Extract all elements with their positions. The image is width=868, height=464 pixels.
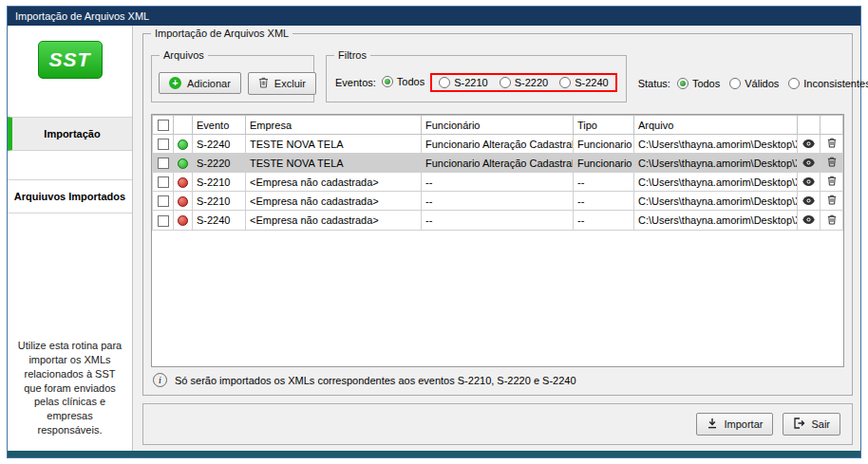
add-icon: + — [169, 77, 181, 89]
screen: Importação de Arquivos XML SST Importaçã… — [0, 0, 868, 464]
cell-evento: S-2210 — [193, 192, 246, 211]
filtros-group-title: Filtros — [334, 49, 370, 61]
info-note-row: i Só serão importados os XMLs correspond… — [151, 367, 844, 389]
window-bottom-strip — [8, 451, 860, 457]
eventos-radio-todos-slot: Todos — [382, 74, 425, 91]
radio-label: S-2210 — [454, 77, 487, 88]
select-all-cell — [153, 116, 174, 135]
row-checkbox[interactable] — [158, 215, 169, 227]
sair-button[interactable]: Sair — [783, 413, 840, 436]
window-title: Importação de Arquivos XML — [15, 10, 149, 22]
cell-funcionario: -- — [422, 173, 574, 192]
sst-logo: SST — [38, 41, 103, 79]
cell-arquivo: C:\Users\thayna.amorim\Desktop\XML... — [634, 192, 798, 211]
col-header-arquivo[interactable]: Arquivo — [634, 116, 798, 135]
excluir-button[interactable]: Excluir — [248, 72, 316, 95]
radio-eventos-s-2210[interactable]: S-2210 — [439, 77, 487, 88]
footer-panel: Importar Sair — [142, 403, 853, 445]
col-header-funcionario[interactable]: Funcionário — [422, 116, 574, 135]
table-row[interactable]: S-2240TESTE NOVA TELAFuncionario Alteraç… — [153, 135, 843, 154]
cell-evento: S-2240 — [193, 135, 246, 154]
delete-row-icon[interactable] — [821, 211, 843, 230]
row-status-cell — [174, 211, 193, 230]
table-header-row: Evento Empresa Funcionário Tipo Arquivo — [153, 116, 843, 135]
radio-label: Todos — [692, 78, 720, 89]
delete-row-icon[interactable] — [821, 154, 843, 173]
cell-empresa: <Empresa não cadastrada> — [246, 173, 422, 192]
radio-eventos-todos[interactable]: Todos — [382, 76, 425, 87]
status-dot-green — [178, 139, 188, 150]
arquivos-group-title: Arquivos — [160, 49, 208, 61]
cell-empresa: <Empresa não cadastrada> — [246, 211, 422, 230]
adicionar-button-label: Adicionar — [187, 78, 231, 89]
toolbar: Arquivos + Adicionar Excluir Filtr — [151, 55, 844, 102]
row-checkbox[interactable] — [158, 158, 169, 169]
status-radio-group: TodosVálidosInconsistentesInválidos — [677, 78, 868, 89]
trash-icon — [258, 77, 269, 90]
importar-button[interactable]: Importar — [696, 413, 773, 436]
radio-label: S-2220 — [515, 77, 548, 88]
delete-column-header — [821, 116, 843, 135]
radio-label: Todos — [397, 76, 425, 87]
cell-funcionario: Funcionario Alteração Cadastral — [422, 135, 574, 154]
radio-status-inconsistentes[interactable]: Inconsistentes — [788, 78, 868, 89]
col-header-evento[interactable]: Evento — [193, 116, 246, 135]
row-checkbox-cell — [153, 173, 174, 192]
radio-circle — [439, 77, 450, 88]
table-row[interactable]: S-2220TESTE NOVA TELAFuncionario Alteraç… — [153, 154, 843, 173]
view-file-icon[interactable] — [798, 154, 821, 173]
status-filter: Status: TodosVálidosInconsistentesInváli… — [638, 55, 868, 102]
cell-empresa: TESTE NOVA TELA — [246, 135, 422, 154]
sidebar-item-arquivos-importados[interactable]: Arquiuvos Importados — [8, 179, 132, 213]
radio-status-v-lidos[interactable]: Válidos — [729, 78, 779, 89]
cell-tipo: -- — [574, 211, 634, 230]
cell-tipo: -- — [574, 192, 634, 211]
sidebar-item-importacao[interactable]: Importação — [8, 117, 132, 151]
adicionar-button[interactable]: + Adicionar — [159, 72, 241, 94]
table-row[interactable]: S-2210<Empresa não cadastrada>----C:\Use… — [153, 173, 843, 192]
status-dot-red — [178, 177, 188, 188]
importar-button-label: Importar — [724, 418, 763, 430]
radio-circle — [729, 78, 741, 89]
radio-eventos-s-2220[interactable]: S-2220 — [500, 77, 548, 88]
radio-circle — [382, 76, 393, 87]
radio-label: Inconsistentes — [803, 78, 868, 89]
select-all-checkbox[interactable] — [158, 120, 169, 131]
info-icon: i — [153, 373, 167, 387]
radio-eventos-s-2240[interactable]: S-2240 — [559, 77, 608, 88]
radio-circle — [500, 77, 511, 88]
delete-row-icon[interactable] — [821, 135, 843, 154]
table-row[interactable]: S-2210<Empresa não cadastrada>----C:\Use… — [153, 192, 843, 211]
view-file-icon[interactable] — [798, 211, 821, 230]
window-titlebar[interactable]: Importação de Arquivos XML — [8, 7, 860, 26]
excluir-button-label: Excluir — [274, 78, 306, 89]
annotation-highlight-box: S-2210S-2220S-2240 — [430, 73, 616, 92]
row-checkbox-cell — [153, 211, 174, 230]
view-file-icon[interactable] — [798, 192, 821, 211]
radio-label: Válidos — [745, 78, 779, 89]
app-window: Importação de Arquivos XML SST Importaçã… — [7, 6, 861, 458]
view-column-header — [798, 116, 821, 135]
import-group-title: Importação de Arquivos XML — [151, 28, 292, 39]
cell-tipo: -- — [574, 173, 634, 192]
delete-row-icon[interactable] — [821, 192, 843, 211]
view-file-icon[interactable] — [798, 135, 821, 154]
col-header-tipo[interactable]: Tipo — [574, 116, 634, 135]
sidebar: SST Importação Arquiuvos Importados Util… — [8, 26, 133, 451]
row-checkbox[interactable] — [158, 176, 169, 188]
row-checkbox[interactable] — [158, 195, 169, 207]
table-row[interactable]: S-2240<Empresa não cadastrada>----C:\Use… — [153, 211, 843, 230]
main-panel: Importação de Arquivos XML Arquivos + Ad… — [133, 26, 860, 451]
radio-circle — [559, 77, 571, 88]
cell-evento: S-2210 — [193, 173, 246, 192]
cell-tipo: Funcionario — [574, 135, 634, 154]
delete-row-icon[interactable] — [821, 173, 843, 192]
radio-status-todos[interactable]: Todos — [677, 78, 720, 89]
eventos-label: Eventos: — [335, 77, 376, 88]
col-header-empresa[interactable]: Empresa — [246, 116, 422, 135]
row-checkbox-cell — [153, 135, 174, 154]
exit-icon — [793, 418, 805, 431]
view-file-icon[interactable] — [798, 173, 821, 192]
row-checkbox[interactable] — [158, 139, 169, 150]
arquivos-groupbox: Arquivos + Adicionar Excluir — [151, 55, 314, 102]
